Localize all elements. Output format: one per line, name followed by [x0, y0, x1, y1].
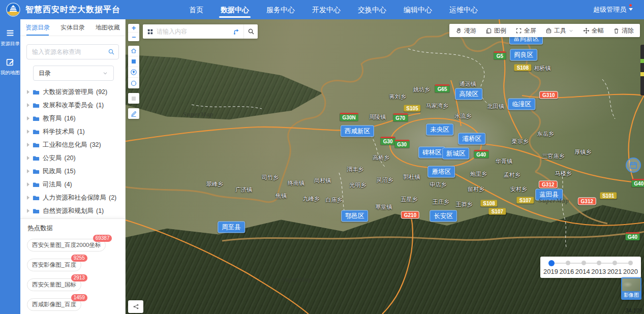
left-rail: 资源目录我的地图 — [0, 19, 20, 314]
map-tool-zoom-out-button[interactable]: − — [128, 33, 139, 41]
road-badge: S108 — [480, 200, 497, 206]
road-badge: G70 — [393, 113, 408, 121]
toolbar-fullscreen-button[interactable]: 全屏 — [511, 26, 541, 35]
chevron-down-icon — [629, 8, 633, 13]
hot-tag[interactable]: 西安矢量图_百度2000坐标69387 — [27, 239, 106, 252]
caret-right-icon — [27, 169, 29, 173]
folder-icon — [33, 194, 40, 201]
caret-right-icon — [27, 182, 29, 186]
map-tool-circle-select-button[interactable] — [128, 78, 139, 88]
hot-tag[interactable]: 西咸影像图_百度1459 — [27, 298, 81, 311]
tree-item[interactable]: 发展和改革委员会(1) — [20, 99, 125, 112]
panel-tab[interactable]: 实体目录 — [55, 19, 90, 36]
town-label: 通远镇 — [459, 80, 476, 88]
share-button[interactable] — [128, 300, 143, 313]
district-label[interactable]: 长安区 — [430, 210, 457, 222]
tree-item[interactable]: 大数据资源管理局(92) — [20, 85, 125, 99]
user-menu[interactable]: 超级管理员 — [593, 5, 636, 14]
toolbar-label: 全屏 — [524, 26, 536, 35]
folder-icon — [33, 154, 40, 162]
toolbar-pan-button[interactable]: 漫游 — [451, 26, 481, 35]
tree-item[interactable]: 教育局(16) — [20, 112, 125, 125]
map-tool-pin-locate-button[interactable] — [128, 67, 139, 78]
topnav-item[interactable]: 首页 — [180, 0, 212, 19]
resource-search-input[interactable] — [26, 44, 119, 59]
timeline-dot[interactable] — [628, 261, 633, 265]
district-label[interactable]: 西咸新区 — [341, 125, 374, 137]
district-label[interactable]: 临潼区 — [508, 99, 536, 110]
timeline-dot[interactable] — [612, 261, 617, 265]
timeline-year[interactable]: 2013 — [591, 268, 606, 275]
map-search-button[interactable] — [243, 24, 258, 39]
topnav-item[interactable]: 运维中心 — [441, 0, 486, 19]
timeline-toggle-button[interactable] — [626, 158, 641, 173]
rail-item[interactable]: 我的地图 — [0, 57, 20, 76]
map-tool-layer-extent-button[interactable] — [128, 46, 139, 56]
district-label[interactable]: 未央区 — [426, 123, 453, 135]
timeline-dot[interactable] — [548, 260, 555, 266]
search-icon — [248, 28, 255, 35]
tree-item-label: 大数据资源管理局 — [43, 88, 94, 97]
tree-item[interactable]: 公安局(20) — [20, 151, 125, 165]
tree-item[interactable]: 工业和信息化局(32) — [20, 138, 125, 151]
rail-item[interactable]: 资源目录 — [0, 28, 20, 47]
tree-item[interactable]: 自然资源和规划局(1) — [20, 204, 125, 217]
tree-item[interactable]: 司法局(4) — [20, 178, 125, 191]
map-tool-zoom-in-button[interactable]: + — [128, 24, 139, 33]
catalog-select[interactable]: 目录 — [33, 66, 114, 81]
timeline-year[interactable]: 2016 — [559, 268, 574, 275]
district-label[interactable]: 鄠邑区 — [341, 210, 369, 222]
district-label[interactable]: 雁塔区 — [427, 166, 455, 177]
map-tool-rect-select-button[interactable] — [128, 56, 139, 67]
map-search-input[interactable] — [157, 28, 229, 35]
gray-rect-icon — [130, 95, 137, 102]
toolbar-label: 清除 — [622, 26, 634, 35]
timeline-dot[interactable] — [581, 261, 586, 265]
tree-item[interactable]: 民政局(15) — [20, 165, 125, 178]
hot-tag[interactable]: 西安矢量图_国标2913 — [27, 278, 81, 291]
district-label[interactable]: 新城区 — [442, 147, 470, 159]
road-badge: S108 — [514, 65, 531, 71]
timeline-year[interactable]: 2014 — [575, 268, 590, 275]
district-label[interactable]: 高陵区 — [455, 88, 482, 100]
toolbar-clear-button[interactable]: 清除 — [608, 26, 638, 35]
map-tool-clear-select-button[interactable] — [128, 93, 139, 104]
map-canvas[interactable]: 富阎新区阎良区高陵区临潼区西咸新区未央区灞桥区碑林区新城区雁塔区蓝田县鄠邑区长安… — [126, 19, 644, 314]
topnav-item[interactable]: 服务中心 — [258, 0, 303, 19]
town-label: 东岳乡 — [537, 130, 554, 138]
map-tool-draw-edit-button[interactable] — [128, 108, 139, 119]
road-badge: G30N — [340, 113, 358, 121]
hot-tag[interactable]: 西安影像图_百度9255 — [27, 259, 81, 271]
toolbar-label: 工具 — [554, 26, 566, 35]
search-icon[interactable] — [108, 48, 115, 55]
circle-icon — [130, 80, 137, 87]
topnav-item[interactable]: 交换中心 — [349, 0, 395, 19]
district-label[interactable]: 碑林区 — [418, 147, 446, 159]
tree-item[interactable]: 科学技术局(1) — [20, 125, 125, 138]
timeline-dot[interactable] — [566, 261, 570, 265]
panel-tab[interactable]: 地图收藏 — [90, 19, 125, 36]
caret-right-icon — [27, 143, 29, 147]
topnav-item[interactable]: 开发中心 — [303, 0, 349, 19]
district-label[interactable]: 阎良区 — [510, 49, 538, 61]
timeline-year[interactable]: 2019 — [543, 268, 558, 275]
timeline-year[interactable]: 2021 — [607, 268, 622, 275]
district-label[interactable]: 周至县 — [218, 221, 245, 233]
toolbar-legend-button[interactable]: 图例 — [481, 26, 511, 35]
road-badge: G312 — [578, 197, 596, 205]
topnav-item[interactable]: 数据中心 — [212, 0, 258, 19]
app-title: 智慧西安时空大数据平台 — [25, 5, 120, 15]
route-button[interactable] — [229, 24, 243, 39]
town-label: 高桥乡 — [373, 154, 389, 162]
panel-tab[interactable]: 资源目录 — [20, 19, 55, 36]
toolbar-extent-button[interactable]: 全幅 — [578, 26, 608, 35]
toolbar-tools-button[interactable]: 工具 — [541, 26, 578, 35]
timeline-year[interactable]: 2020 — [623, 268, 638, 275]
toolbar-label: 全幅 — [592, 26, 604, 35]
topnav-item[interactable]: 编辑中心 — [395, 0, 441, 19]
legend-strip[interactable] — [640, 45, 644, 96]
timeline-dot[interactable] — [597, 261, 601, 265]
district-label[interactable]: 灞桥区 — [458, 133, 486, 144]
tree-item[interactable]: 人力资源和社会保障局(2) — [20, 191, 125, 204]
basemap-switcher[interactable]: 影像图 — [621, 277, 641, 300]
